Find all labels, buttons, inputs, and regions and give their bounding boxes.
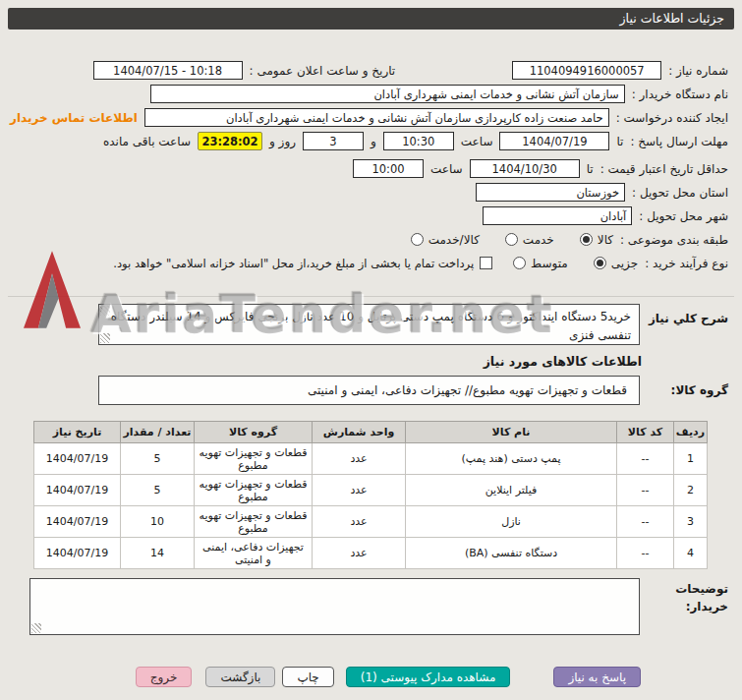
goods-group-box: قطعات و تجهیزات تهویه مطبوع// تجهیزات دف…: [98, 376, 640, 405]
table-cell: عدد: [313, 475, 406, 506]
remaining-days-field[interactable]: 3: [303, 132, 364, 150]
category-row: طبقه بندی موضوعی : کالا خدمت کالا/خدمت: [10, 230, 728, 249]
table-cell: عدد: [313, 506, 406, 538]
radio-icon[interactable]: [594, 257, 606, 269]
section-divider: [8, 296, 734, 297]
deadline-label: مهلت ارسال پاسخ :: [630, 135, 728, 148]
table-cell: 14: [121, 538, 195, 569]
province-row: استان محل تحویل : خوزستان: [10, 183, 728, 202]
page-title: جزئیات اطلاعات نیاز: [8, 8, 734, 29]
radio-icon[interactable]: [505, 233, 518, 246]
column-header: ردیف: [674, 422, 708, 443]
table-cell: فیلتر اینلاین: [406, 475, 617, 506]
table-cell: 1404/07/19: [34, 538, 121, 569]
request-creator-label: ایجاد کننده درخواست :: [616, 111, 728, 125]
table-cell: قطعات و تجهیزات تهویه مطبوع: [195, 475, 313, 506]
table-cell: 5: [121, 443, 195, 475]
deadline-until-word: تا: [616, 135, 623, 148]
table-cell: 2: [674, 475, 708, 506]
column-header: نام کالا: [406, 422, 617, 443]
deadline-days-word: روز و: [269, 135, 296, 148]
print-button[interactable]: چاپ: [282, 667, 333, 687]
action-button-bar: پاسخ به نیاز مشاهده مدارک پیوستی (1) چاپ…: [0, 667, 742, 687]
table-cell: 1404/07/19: [34, 475, 121, 506]
request-creator-field[interactable]: حامد صنعت زاده کارپردازی سازمان آتش نشان…: [144, 108, 609, 127]
treasury-option: پرداخت تمام یا بخشی از مبلغ خرید،از محل …: [113, 257, 492, 270]
category-option-goods[interactable]: کالا: [580, 233, 613, 247]
need-description-label: شرح کلي نیاز: [640, 304, 728, 345]
province-field[interactable]: خوزستان: [476, 183, 625, 202]
goods-group-section: گروه کالا: قطعات و تجهیزات تهویه مطبوع//…: [12, 376, 728, 405]
table-header-row: ردیفکد کالانام کالاواحد شمارشگروه کالاتع…: [34, 422, 708, 443]
process-type-options: جزیی متوسط: [513, 257, 638, 270]
request-creator-row: ایجاد کننده درخواست : حامد صنعت زاده کار…: [10, 108, 728, 127]
back-button[interactable]: بازگشت: [205, 667, 275, 687]
table-cell: عدد: [313, 443, 406, 475]
table-cell: 10: [121, 506, 195, 538]
table-cell: 1404/07/19: [34, 506, 121, 538]
exit-button[interactable]: خروج: [136, 667, 193, 687]
table-row: 2--فیلتر اینلاینعددقطعات و تجهیزات تهویه…: [34, 475, 708, 506]
price-validity-hour-word: ساعت: [430, 162, 463, 176]
table-cell: 4: [674, 538, 708, 569]
need-number-label: شماره نیاز :: [668, 64, 728, 78]
radio-icon[interactable]: [513, 257, 526, 269]
announce-datetime-label: تاریخ و ساعت اعلان عمومی :: [250, 64, 396, 78]
process-type-row: نوع فرآیند خرید : جزیی متوسط پرداخت تمام…: [10, 254, 728, 272]
need-number-field[interactable]: 1104094916000057: [512, 61, 661, 80]
table-cell: 1404/07/19: [34, 443, 121, 475]
buyer-org-label: نام دستگاه خریدار :: [632, 88, 728, 101]
price-validity-label: حداقل تاریخ اعتبار قیمت :: [600, 162, 728, 176]
deadline-row: مهلت ارسال پاسخ : تا 1404/07/19 ساعت 10:…: [10, 132, 728, 150]
category-option-service-label: خدمت: [523, 233, 554, 247]
table-cell: پمپ دستی (هند پمپ): [406, 443, 617, 475]
table-cell: قطعات و تجهیزات تهویه مطبوع: [195, 443, 313, 475]
announce-datetime-field[interactable]: 1404/07/15 - 10:18: [93, 61, 243, 80]
buyer-org-field[interactable]: سازمان آتش نشانی و خدمات ایمنی شهرداری آ…: [150, 85, 625, 103]
radio-icon[interactable]: [580, 233, 593, 246]
table-cell: --: [617, 538, 674, 569]
process-option-minor[interactable]: جزیی: [594, 257, 638, 270]
category-option-goods-service-label: کالا/خدمت: [428, 233, 480, 247]
goods-group-label: گروه کالا:: [640, 376, 728, 405]
deadline-remaining-word: ساعت باقی مانده: [103, 135, 191, 148]
respond-to-need-button[interactable]: پاسخ به نیاز: [553, 667, 641, 687]
price-validity-date-field[interactable]: 1404/10/30: [470, 159, 580, 178]
table-row: 4--دستگاه تنفسی (BA)عددتجهیزات دفاعی، ای…: [34, 538, 708, 569]
buyer-contact-link[interactable]: اطلاعات تماس خریدار: [10, 111, 138, 125]
column-header: گروه کالا: [195, 422, 313, 443]
buyer-comments-label: توضیحات خریدار:: [640, 578, 728, 635]
need-form: شماره نیاز : 1104094916000057 تاریخ و سا…: [10, 61, 728, 277]
need-description-box: خرید5 دستگاه اینداکتور و 6 دستگاه پمپ دس…: [98, 304, 640, 345]
need-details-page: جزئیات اطلاعات نیاز شماره نیاز : 1104094…: [0, 0, 742, 700]
buyer-comments-box[interactable]: [29, 578, 640, 635]
deadline-date-field[interactable]: 1404/07/19: [499, 132, 609, 150]
city-row: شهر محل تحویل : آبادان: [10, 206, 728, 225]
table-cell: تجهیزات دفاعی، ایمنی و امنیتی: [195, 538, 313, 569]
treasury-checkbox[interactable]: [480, 257, 492, 269]
category-option-goods-service[interactable]: کالا/خدمت: [411, 233, 480, 247]
price-validity-until-word: تا: [587, 162, 594, 176]
treasury-note: پرداخت تمام یا بخشی از مبلغ خرید،از محل …: [113, 257, 474, 270]
deadline-time-field[interactable]: 10:30: [383, 132, 454, 150]
price-validity-row: حداقل تاریخ اعتبار قیمت : تا 1404/10/30 …: [10, 159, 728, 178]
table-cell: --: [617, 475, 674, 506]
view-attachments-button[interactable]: مشاهده مدارک پیوستی (1): [346, 667, 511, 687]
city-field[interactable]: آبادان: [483, 206, 632, 225]
price-validity-time-field[interactable]: 10:00: [353, 159, 424, 178]
column-header: تاریخ نیاز: [34, 422, 121, 443]
table-row: 3--نازلعددقطعات و تجهیزات تهویه مطبوع101…: [34, 506, 708, 538]
city-label: شهر محل تحویل :: [639, 209, 728, 223]
category-option-goods-label: کالا: [598, 233, 613, 247]
radio-icon[interactable]: [411, 233, 424, 246]
goods-table: ردیفکد کالانام کالاواحد شمارشگروه کالاتع…: [33, 421, 708, 569]
need-number-row: شماره نیاز : 1104094916000057 تاریخ و سا…: [10, 61, 728, 80]
process-option-medium[interactable]: متوسط: [513, 257, 568, 270]
table-cell: قطعات و تجهیزات تهویه مطبوع: [195, 506, 313, 538]
table-cell: عدد: [313, 538, 406, 569]
category-option-service[interactable]: خدمت: [505, 233, 554, 247]
table-cell: 5: [121, 475, 195, 506]
goods-table-wrap: ردیفکد کالانام کالاواحد شمارشگروه کالاتع…: [34, 421, 708, 569]
table-row: 1--پمپ دستی (هند پمپ)عددقطعات و تجهیزات …: [34, 443, 708, 475]
process-option-minor-label: جزیی: [611, 257, 638, 270]
